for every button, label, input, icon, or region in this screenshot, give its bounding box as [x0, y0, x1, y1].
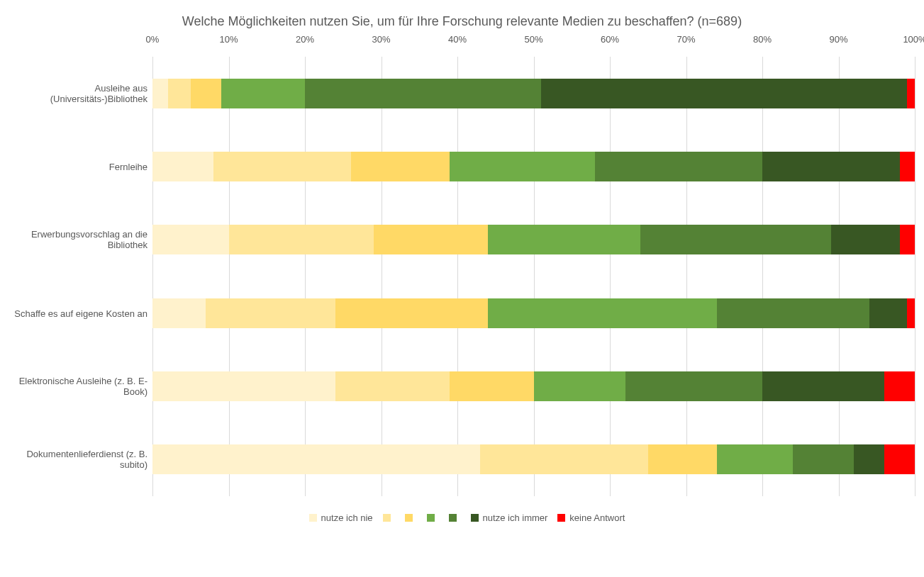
- x-tick-label: 50%: [524, 34, 542, 45]
- gridline: [382, 57, 382, 496]
- bar-segment: [191, 79, 221, 108]
- bar-segment: [648, 444, 717, 474]
- bar-segment: [869, 298, 908, 328]
- plot-area: [152, 57, 915, 496]
- x-tick-label: 80%: [753, 34, 772, 45]
- bar-segment: [206, 298, 335, 328]
- x-tick-label: 40%: [448, 34, 467, 45]
- chart-title: Welche Möglichkeiten nutzen Sie, um für …: [0, 14, 924, 29]
- bar-segment: [152, 298, 206, 328]
- gridline: [839, 57, 840, 496]
- category-label: Dokumentenlieferdienst (z. B. subito): [6, 449, 147, 470]
- bar-segment: [831, 225, 900, 254]
- gridline: [152, 57, 153, 496]
- legend-swatch: [427, 514, 435, 522]
- bar-segment: [335, 371, 450, 401]
- legend: nutze ich nienutze ich immerkeine Antwor…: [0, 512, 924, 523]
- stacked-bar: [152, 225, 915, 254]
- x-tick-label: 70%: [677, 34, 695, 45]
- bar-segment: [450, 152, 594, 181]
- legend-swatch: [309, 514, 317, 522]
- stacked-bar: [152, 298, 915, 328]
- x-tick-label: 30%: [372, 34, 390, 45]
- x-tick-label: 20%: [296, 34, 314, 45]
- gridline: [686, 57, 687, 496]
- bar-segment: [900, 225, 915, 254]
- bar-segment: [488, 298, 717, 328]
- bar-segment: [884, 444, 915, 474]
- legend-label: nutze ich nie: [321, 512, 373, 523]
- x-tick-label: 10%: [219, 34, 238, 45]
- x-axis-labels: 0%10%20%30%40%50%60%70%80%90%100%: [152, 34, 915, 48]
- bar-segment: [854, 444, 884, 474]
- stacked-bar: [152, 444, 915, 474]
- legend-label: nutze ich immer: [483, 512, 548, 523]
- bar-segment: [152, 79, 168, 108]
- stacked-bar-chart: Welche Möglichkeiten nutzen Sie, um für …: [0, 0, 924, 577]
- x-tick-label: 0%: [146, 34, 160, 45]
- x-tick-label: 60%: [601, 34, 619, 45]
- legend-swatch: [383, 514, 391, 522]
- stacked-bar: [152, 79, 915, 108]
- gridline: [534, 57, 535, 496]
- bar-segment: [305, 79, 541, 108]
- bar-segment: [213, 152, 351, 181]
- bar-segment: [907, 298, 915, 328]
- bar-segment: [717, 444, 794, 474]
- bar-segment: [152, 152, 213, 181]
- bar-segment: [335, 298, 488, 328]
- bar-segment: [229, 225, 374, 254]
- gridline: [457, 57, 458, 496]
- legend-swatch: [405, 514, 413, 522]
- x-tick-label: 90%: [829, 34, 847, 45]
- bar-segment: [351, 152, 450, 181]
- bar-segment: [152, 444, 480, 474]
- bar-segment: [793, 444, 854, 474]
- stacked-bar: [152, 152, 915, 181]
- bar-segment: [152, 225, 229, 254]
- bar-segment: [221, 79, 305, 108]
- bar-segment: [450, 371, 533, 401]
- bar-segment: [884, 371, 915, 401]
- category-label: Erwerbungsvorschlag an die Bibliothek: [6, 229, 147, 250]
- bar-segment: [480, 444, 648, 474]
- gridline: [762, 57, 763, 496]
- category-label: Schaffe es auf eigene Kosten an: [6, 308, 147, 318]
- legend-label: keine Antwort: [569, 512, 625, 523]
- legend-swatch: [471, 514, 479, 522]
- bar-segment: [168, 79, 191, 108]
- category-label: Elektronische Ausleihe (z. B. E-Book): [6, 376, 147, 397]
- bar-segment: [541, 79, 907, 108]
- bar-segment: [534, 371, 625, 401]
- bar-segment: [640, 225, 831, 254]
- stacked-bar: [152, 371, 915, 401]
- bar-segment: [717, 298, 869, 328]
- bar-segment: [152, 371, 335, 401]
- gridline: [915, 57, 915, 496]
- legend-swatch: [449, 514, 457, 522]
- bar-segment: [907, 79, 915, 108]
- x-tick-label: 100%: [903, 34, 924, 45]
- bar-segment: [762, 152, 900, 181]
- bar-segment: [762, 371, 884, 401]
- bar-segment: [374, 225, 488, 254]
- bar-segment: [900, 152, 915, 181]
- gridline: [610, 57, 611, 496]
- gridline: [305, 57, 306, 496]
- bar-segment: [488, 225, 640, 254]
- category-label: Ausleihe aus (Universitäts-)Bibliothek: [6, 83, 147, 104]
- bar-segment: [625, 371, 763, 401]
- gridline: [229, 57, 230, 496]
- bar-segment: [595, 152, 763, 181]
- legend-swatch: [557, 514, 565, 522]
- category-label: Fernleihe: [6, 162, 147, 172]
